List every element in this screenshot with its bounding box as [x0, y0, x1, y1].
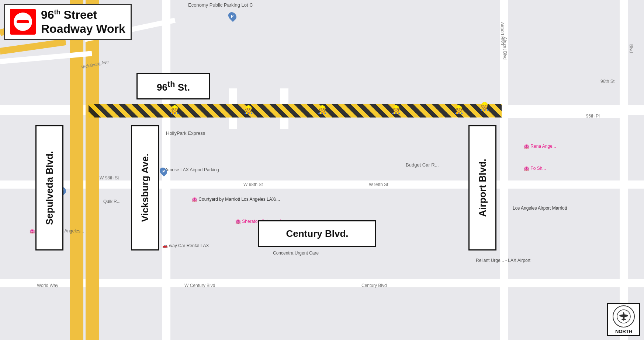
map-label-w98th-2: W 98th St — [243, 182, 263, 187]
road-right-edge — [620, 0, 628, 340]
svg-point-3 — [622, 319, 626, 320]
map-label-concentra: Concentra Urgent Care — [273, 250, 319, 256]
street-label-sepulveda-text: Sepulveda Blvd. — [44, 151, 55, 225]
svg-point-2 — [619, 315, 628, 317]
worker-icon-1: 👷 — [170, 105, 180, 115]
map-label-w98th-1: W 98th St — [100, 175, 119, 180]
worker-icon-3: 👷 — [317, 105, 327, 115]
construction-stripe — [89, 104, 502, 118]
map-label-courtyard: 🏩 Courtyard by Marriott Los Angeles LAX/… — [192, 197, 280, 202]
worker-icon-2: 👷 — [243, 105, 253, 115]
map-label-96th-pl: 96th Pl — [586, 113, 600, 119]
worker-icon-4: 👷 — [391, 105, 401, 115]
title-icon-red — [10, 9, 36, 35]
map-container: 👷 👷 👷 👷 👷 👷 Economy Public Parking Lot C… — [0, 0, 644, 340]
parking-pin-economy: P — [229, 12, 236, 21]
compass-box: NORTH — [607, 303, 640, 336]
map-label-quik: Quik R... — [103, 199, 121, 204]
street-label-airport: Airport Blvd. — [468, 125, 496, 250]
compass-north-label: NORTH — [615, 329, 632, 334]
map-label-marriott-lax: Los Angeles Airport Marriott — [513, 206, 567, 211]
map-label-fo: 🏩 Fo Sh... — [524, 166, 546, 171]
map-label-blvd-right: Blvd — [629, 44, 634, 53]
street-label-vicksburg: Vicksburg Ave. — [131, 125, 159, 250]
map-label-w98th-3: W 98th St — [369, 182, 388, 187]
map-label-world-way: World Way — [37, 283, 58, 288]
economy-parking-label: Economy Public Parking Lot C — [188, 2, 253, 8]
street-label-century: Century Blvd. — [258, 220, 376, 247]
street-label-airport-text: Airport Blvd. — [477, 159, 488, 217]
road-sepulveda-lane1 — [70, 0, 83, 340]
map-label-reliant: Reliant Urge... - LAX Airport — [476, 258, 530, 263]
title-icon-circle — [14, 13, 32, 31]
map-label-rena: 🏩 Rena Ange... — [524, 144, 556, 149]
title-text: 96th Street Roadway Work — [41, 8, 125, 36]
street-label-vicksburg-text: Vicksburg Ave. — [139, 154, 151, 222]
compass-airplane-icon — [616, 309, 631, 324]
compass-circle — [613, 305, 635, 327]
title-icon-minus — [17, 20, 29, 23]
map-label-hollypark: HollyPark Express — [166, 130, 205, 136]
map-label-w-century: W Century Blvd — [184, 283, 215, 288]
map-label-way-car: 🚗 way Car Rental LAX — [162, 243, 209, 248]
worker-icon-6: 👷 — [479, 102, 489, 111]
parking-pin-sunrise: P — [160, 167, 167, 175]
title-box: 96th Street Roadway Work — [4, 4, 132, 40]
map-label-budget: Budget Car R... — [406, 162, 439, 168]
street-label-96th-text: 96th St. — [157, 80, 190, 93]
map-label-century-blvd: Century Blvd — [361, 283, 387, 288]
street-label-96th: 96th St. — [136, 73, 210, 99]
worker-icon-5: 👷 — [454, 105, 464, 115]
map-label-airport-blvd-top: Airport Blvd — [500, 22, 505, 45]
map-label-96th-st: 96th St — [600, 79, 614, 84]
map-label-sunrise: Sunrise LAX Airport Parking — [164, 167, 219, 172]
street-label-century-text: Century Blvd. — [286, 228, 348, 239]
street-label-sepulveda: Sepulveda Blvd. — [35, 125, 63, 250]
